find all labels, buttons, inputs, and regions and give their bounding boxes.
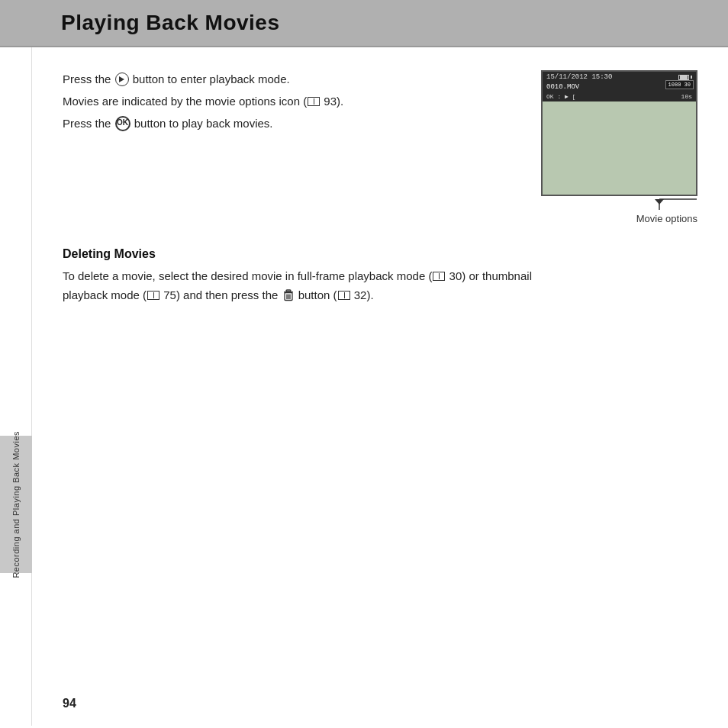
main-body: Press the button to enter playback mode.… xyxy=(32,47,728,726)
deleting-ref3-num: 32 xyxy=(354,288,367,301)
deleting-ref1-num: 30 xyxy=(449,269,462,282)
ok-button-icon: OK xyxy=(115,116,130,131)
intro-text: Press the button to enter playback mode.… xyxy=(63,70,514,136)
book-icon-del2 xyxy=(147,291,159,300)
callout-area: Movie options xyxy=(621,198,697,224)
resolution-badge: 1080 30 xyxy=(665,80,694,89)
cam-resolution: 1080 30 xyxy=(668,82,691,88)
svg-rect-4 xyxy=(286,290,291,292)
svg-marker-2 xyxy=(655,199,664,205)
deleting-text-mid: ) or thumbnail xyxy=(462,269,532,282)
intro-line2-pre: Movies are indicated by the movie option… xyxy=(63,95,307,108)
content-area: Recording and Playing Back Movies Press … xyxy=(0,47,728,726)
intro-line2-post: ). xyxy=(337,95,343,108)
book-icon-del1 xyxy=(433,272,445,281)
intro-line1: Press the button to enter playback mode. xyxy=(63,70,514,89)
intro-line1-post: button to enter playback mode. xyxy=(133,72,290,85)
sidebar-label: Recording and Playing Back Movies xyxy=(11,431,21,578)
camera-screen: 15/11/2012 15:30 0010.MOV xyxy=(541,70,697,196)
deleting-text-mid2: ) and then press the xyxy=(176,288,278,301)
deleting-text-end: ). xyxy=(366,288,373,301)
page-title: Playing Back Movies xyxy=(61,11,697,35)
page-header: Playing Back Movies xyxy=(0,0,728,47)
cam-battery-tip xyxy=(691,76,692,79)
deleting-text-end-pre: button ( xyxy=(298,288,337,301)
intro-line3: Press the OK button to play back movies. xyxy=(63,114,514,134)
intro-line2-num: 93 xyxy=(324,95,337,108)
intro-line2: Movies are indicated by the movie option… xyxy=(63,92,514,111)
intro-line1-pre: Press the xyxy=(63,72,111,85)
intro-line3-pre: Press the xyxy=(63,117,111,130)
sidebar-tab: Recording and Playing Back Movies xyxy=(0,436,32,573)
deleting-section: Deleting Movies To delete a movie, selec… xyxy=(63,247,697,305)
deleting-ref2-num: 75 xyxy=(163,288,176,301)
intro-line3-post: button to play back movies. xyxy=(134,117,273,130)
deleting-heading: Deleting Movies xyxy=(63,247,697,261)
camera-screen-wrap: 15/11/2012 15:30 0010.MOV xyxy=(537,70,697,224)
cam-ok-label: OK : ▶ [ xyxy=(546,93,575,100)
cam-battery-body xyxy=(678,75,689,80)
trash-icon xyxy=(283,289,294,301)
movie-options-area: 1080 30 xyxy=(665,80,694,89)
cam-duration: 10s xyxy=(681,93,692,100)
callout-line-svg xyxy=(621,198,697,211)
cam-bottom-bar: OK : ▶ [ 10s xyxy=(543,92,696,101)
resolution-badge-row: 1080 30 xyxy=(665,80,694,89)
movie-options-label: Movie options xyxy=(636,213,697,224)
book-icon xyxy=(308,97,320,106)
sidebar: Recording and Playing Back Movies xyxy=(0,47,32,726)
deleting-text-pre: To delete a movie, select the desired mo… xyxy=(63,269,432,282)
cam-battery xyxy=(678,75,692,80)
intro-section: Press the button to enter playback mode.… xyxy=(63,70,697,224)
deleting-text: To delete a movie, select the desired mo… xyxy=(63,267,697,305)
playback-button-icon xyxy=(115,72,129,86)
page-number: 94 xyxy=(63,697,76,710)
book-icon-del3 xyxy=(338,291,350,300)
cam-datetime: 15/11/2012 15:30 xyxy=(546,73,612,81)
callout-inner: Movie options xyxy=(621,198,697,224)
deleting-line2-pre: playback mode ( xyxy=(63,288,147,301)
cam-battery-fill xyxy=(680,76,688,79)
